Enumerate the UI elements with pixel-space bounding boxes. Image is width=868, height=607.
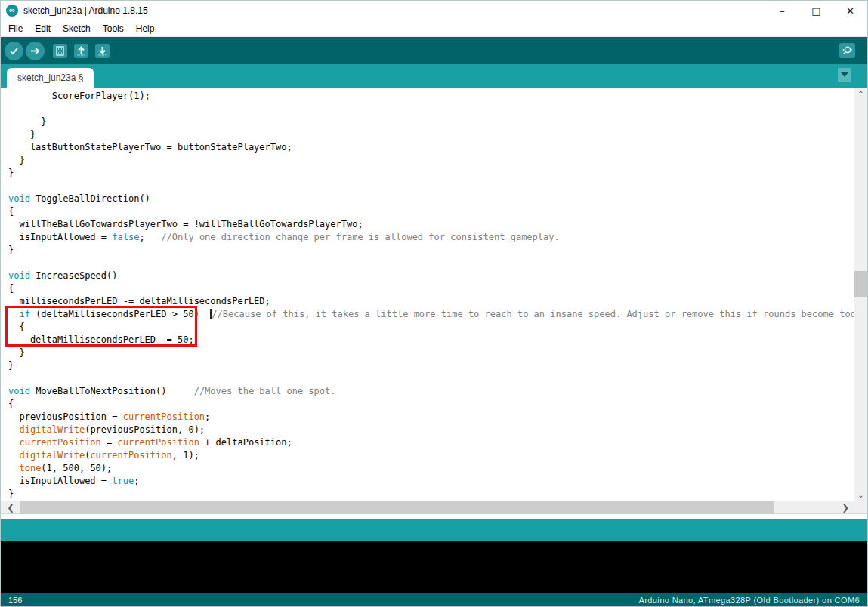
console-output	[1, 541, 867, 593]
code-line: void IncreaseSpeed()	[8, 270, 856, 282]
upload-button[interactable]	[26, 42, 45, 60]
toolbar	[1, 37, 867, 64]
current-line-number: 156	[8, 596, 22, 605]
code-editor[interactable]: ScoreForPlayer(1); } } lastButtonStatePl…	[1, 88, 867, 501]
arduino-ide-window: ∞ sketch_jun23a | Arduino 1.8.15 – □ ✕ F…	[0, 0, 868, 607]
menu-item-sketch[interactable]: Sketch	[57, 21, 97, 36]
code-line: {	[8, 321, 856, 334]
menu-item-file[interactable]: File	[2, 21, 29, 36]
code-line: willTheBallGoTowardsPlayerTwo = !willThe…	[8, 218, 856, 231]
code-line: isInputAllowed = false; //Only one direc…	[8, 231, 856, 244]
horizontal-scrollbar[interactable]: ❮ ❯	[1, 501, 867, 514]
code-line: currentPosition = currentPosition + delt…	[8, 436, 856, 449]
code-line: }	[8, 359, 856, 372]
scroll-down-arrow[interactable]: ⌄	[854, 488, 867, 501]
status-bar: 156 Arduino Nano, ATmega328P (Old Bootlo…	[1, 593, 867, 607]
arduino-logo-icon: ∞	[6, 5, 18, 17]
code-line: }	[8, 116, 856, 128]
open-sketch-button[interactable]	[74, 44, 88, 58]
tab-sketch-jun23a[interactable]: sketch_jun23a §	[7, 68, 94, 88]
code-line	[8, 180, 856, 193]
code-line: lastButtonStatePlayerTwo = buttonStatePl…	[8, 141, 856, 154]
menu-bar: FileEditSketchToolsHelp	[1, 20, 867, 37]
code-area[interactable]: ScoreForPlayer(1); } } lastButtonStatePl…	[1, 88, 856, 501]
serial-monitor-button[interactable]	[839, 43, 855, 58]
code-line	[8, 372, 856, 385]
code-line: void ToggleBallDirection()	[8, 193, 856, 205]
save-sketch-button[interactable]	[95, 44, 110, 58]
minimize-button[interactable]: –	[765, 1, 799, 20]
code-line: isInputAllowed = true;	[8, 475, 856, 488]
status-message-strip	[1, 519, 867, 541]
tab-bar: sketch_jun23a §	[1, 64, 867, 88]
chevron-down-icon	[841, 72, 848, 77]
code-line: }	[8, 244, 856, 257]
scroll-up-arrow[interactable]: ⌃	[854, 88, 867, 100]
window-controls: – □ ✕	[765, 1, 867, 20]
tab-list-dropdown-button[interactable]	[838, 68, 851, 82]
code-line: digitalWrite(currentPosition, 1);	[8, 449, 856, 462]
document-icon	[55, 46, 65, 56]
magnifier-icon	[842, 45, 853, 57]
window-title: sketch_jun23a | Arduino 1.8.15	[23, 5, 148, 16]
code-line: digitalWrite(previousPosition, 0);	[8, 424, 856, 436]
code-line: deltaMillisecondsPerLED -= 50;	[8, 334, 856, 347]
code-line: {	[8, 205, 856, 218]
arrow-down-icon	[97, 46, 107, 56]
code-line: void MoveBallToNextPosition() //Moves th…	[8, 385, 856, 398]
code-line: }	[8, 488, 856, 501]
scroll-right-arrow[interactable]: ❯	[839, 501, 852, 514]
vertical-scrollbar[interactable]: ⌃ ⌄	[854, 88, 867, 501]
code-line	[8, 257, 856, 270]
code-line: }	[8, 347, 856, 359]
code-line	[8, 103, 856, 116]
code-line: previousPosition = currentPosition;	[8, 411, 856, 424]
checkmark-icon	[8, 45, 20, 57]
code-line: millisecondsPerLED -= deltaMillisecondsP…	[8, 295, 856, 308]
code-line: }	[8, 154, 856, 167]
title-bar: ∞ sketch_jun23a | Arduino 1.8.15 – □ ✕	[1, 1, 867, 20]
code-line: {	[8, 282, 856, 295]
menu-item-tools[interactable]: Tools	[97, 21, 130, 36]
menu-item-help[interactable]: Help	[130, 21, 161, 36]
code-line: }	[8, 167, 856, 180]
editor-console-gap	[1, 514, 867, 519]
vertical-scrollbar-thumb[interactable]	[854, 271, 867, 297]
verify-button[interactable]	[5, 42, 23, 60]
arrow-right-icon	[29, 45, 41, 57]
arrow-up-icon	[76, 46, 86, 56]
maximize-button[interactable]: □	[799, 1, 833, 20]
code-line: {	[8, 398, 856, 411]
close-button[interactable]: ✕	[833, 1, 867, 20]
scroll-left-arrow[interactable]: ❮	[4, 501, 17, 514]
board-port-info: Arduino Nano, ATmega328P (Old Bootloader…	[638, 596, 860, 605]
code-line: ScoreForPlayer(1);	[8, 90, 856, 103]
menu-item-edit[interactable]: Edit	[29, 21, 57, 36]
code-line: }	[8, 128, 856, 141]
new-sketch-button[interactable]	[53, 44, 67, 58]
code-line: if (deltaMillisecondsPerLED > 50) //Beca…	[8, 308, 856, 321]
horizontal-scrollbar-thumb[interactable]	[20, 501, 774, 514]
code-line: tone(1, 500, 50);	[8, 462, 856, 475]
